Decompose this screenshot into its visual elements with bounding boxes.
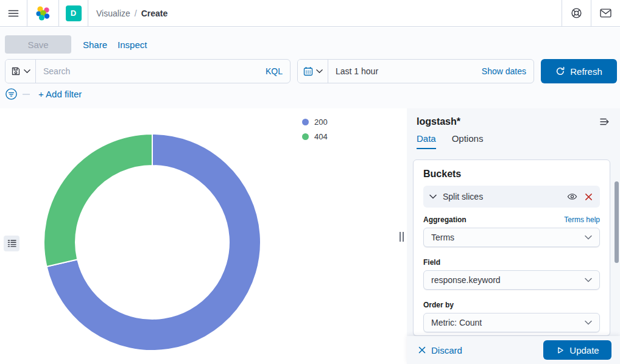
tab-data[interactable]: Data xyxy=(417,133,436,149)
order-by-value: Metric: Count xyxy=(431,318,482,327)
quick-time-menu-button[interactable] xyxy=(298,60,328,83)
editor-action-bar: Discard Update xyxy=(407,336,620,364)
space-badge: D xyxy=(66,5,82,21)
legend-label: 200 xyxy=(314,117,328,127)
vis-editor-sidebar: logstash* DataOptions Buckets Split slic… xyxy=(407,108,620,364)
panel-resizer-handle[interactable] xyxy=(398,232,405,242)
legend-toggle-button[interactable] xyxy=(4,236,19,251)
legend-item-404[interactable]: 404 xyxy=(302,129,328,144)
aggregation-select[interactable]: Terms xyxy=(423,228,600,247)
aggregation-value: Terms xyxy=(431,233,454,242)
refresh-label: Refresh xyxy=(570,66,602,77)
save-button[interactable]: Save xyxy=(5,35,71,54)
split-slices-accordion[interactable]: Split slices xyxy=(423,186,600,208)
order-by-label: Order by xyxy=(423,301,600,309)
visualization-canvas: 200404 xyxy=(0,108,406,364)
help-icon xyxy=(571,7,582,19)
update-button[interactable]: Update xyxy=(543,340,611,360)
hamburger-icon xyxy=(7,7,19,19)
select-chevron-icon xyxy=(585,320,592,325)
save-icon xyxy=(11,66,21,76)
query-bar: KQL Last 1 hour Show dates xyxy=(5,59,617,83)
show-dates-button[interactable]: Show dates xyxy=(482,66,534,76)
newsfeed-button[interactable] xyxy=(591,0,620,27)
chevron-down-icon xyxy=(316,69,323,74)
date-picker-group: Last 1 hour Show dates xyxy=(297,59,534,83)
inspect-button[interactable]: Inspect xyxy=(118,40,147,50)
kibana-visualize-create-screen: D Visualize / Create xyxy=(0,0,620,364)
legend-label: 404 xyxy=(314,132,328,141)
index-pattern-title: logstash* xyxy=(417,116,460,127)
panel-tabs: DataOptions xyxy=(407,127,620,149)
remove-bucket-button[interactable] xyxy=(583,192,594,202)
field-value: response.keyword xyxy=(431,275,501,285)
remove-x-icon xyxy=(585,193,593,201)
app-header: D Visualize / Create xyxy=(0,0,620,27)
aggregation-label: Aggregation xyxy=(423,215,467,224)
home-logo-button[interactable] xyxy=(27,0,58,27)
search-bar-group: KQL xyxy=(5,59,291,83)
legend-dot xyxy=(302,119,309,125)
collapse-sidebar-button[interactable] xyxy=(599,117,610,127)
select-chevron-icon xyxy=(585,278,592,282)
refresh-icon xyxy=(555,66,565,76)
breadcrumb: Visualize / Create xyxy=(88,9,167,18)
toggle-visibility-button[interactable] xyxy=(566,191,579,202)
visualize-toolbar: Save Share Inspect xyxy=(5,35,147,54)
update-label: Update xyxy=(569,345,599,355)
add-filter-button[interactable]: + Add filter xyxy=(38,89,82,99)
discard-button[interactable]: Discard xyxy=(418,345,462,355)
legend-item-200[interactable]: 200 xyxy=(302,114,328,129)
chart-legend: 200404 xyxy=(302,114,328,144)
filter-icon[interactable] xyxy=(5,88,18,100)
refresh-button[interactable]: Refresh xyxy=(541,59,617,83)
eye-icon xyxy=(567,192,577,201)
share-button[interactable]: Share xyxy=(83,40,107,50)
buckets-heading: Buckets xyxy=(423,169,600,180)
legend-toggle-icon xyxy=(7,239,16,248)
play-icon xyxy=(555,346,565,355)
elastic-logo-icon xyxy=(35,5,51,21)
buckets-card: Buckets Split slices xyxy=(413,159,610,336)
collapse-panel-icon xyxy=(599,117,610,127)
breadcrumb-visualize[interactable]: Visualize xyxy=(96,9,130,18)
breadcrumb-create: Create xyxy=(141,9,168,18)
menu-button[interactable] xyxy=(0,0,27,27)
order-by-select[interactable]: Metric: Count xyxy=(423,313,600,332)
discard-label: Discard xyxy=(431,345,462,355)
search-input[interactable] xyxy=(36,60,266,83)
saved-query-menu-button[interactable] xyxy=(5,60,36,83)
header-right-group xyxy=(562,0,620,27)
tab-options[interactable]: Options xyxy=(452,133,484,149)
sub-header: Save Share Inspect KQL xyxy=(0,27,620,108)
aggregation-label-row: Aggregation Terms help xyxy=(423,215,600,224)
field-label: Field xyxy=(423,258,600,267)
legend-dot xyxy=(302,133,309,140)
donut-slice-404[interactable] xyxy=(44,134,152,267)
sidebar-header: logstash* xyxy=(407,108,620,127)
calendar-icon xyxy=(303,66,313,76)
filter-bar-dash xyxy=(23,94,30,95)
filter-bar: + Add filter xyxy=(5,88,82,100)
help-button[interactable] xyxy=(562,0,591,27)
chevron-down-icon xyxy=(24,69,30,74)
terms-help-link[interactable]: Terms help xyxy=(564,215,600,224)
chevron-down-icon xyxy=(429,194,437,199)
discard-x-icon xyxy=(418,346,426,354)
panel-scrollbar[interactable] xyxy=(615,181,619,263)
time-range-value[interactable]: Last 1 hour xyxy=(328,66,482,76)
space-selector-button[interactable]: D xyxy=(59,0,88,27)
mail-icon xyxy=(600,9,611,18)
query-language-button[interactable]: KQL xyxy=(266,66,290,76)
field-select[interactable]: response.keyword xyxy=(423,270,600,290)
breadcrumb-separator: / xyxy=(135,9,137,18)
bucket-row-label: Split slices xyxy=(443,192,483,201)
donut-chart xyxy=(30,114,274,358)
select-chevron-icon xyxy=(585,235,592,240)
